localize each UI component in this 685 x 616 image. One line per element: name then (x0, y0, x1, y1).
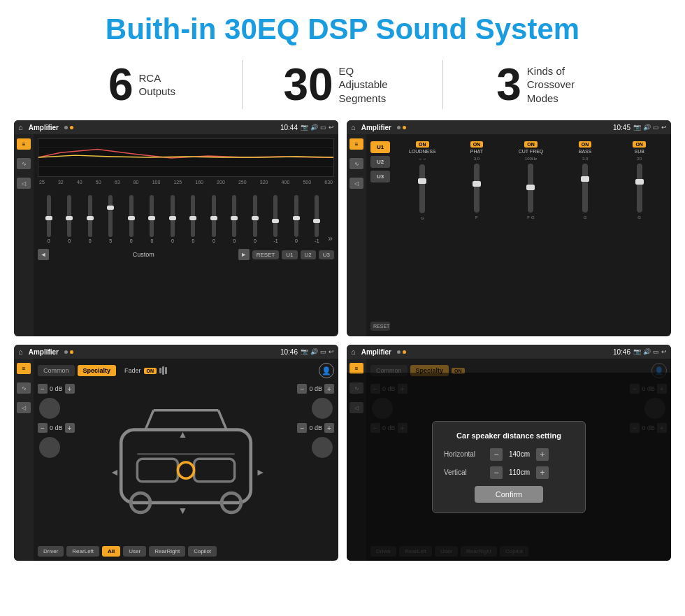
minus-fl[interactable]: − (38, 384, 48, 394)
minus-rl[interactable]: − (38, 423, 48, 433)
vertical-control: − 110cm + (490, 466, 549, 479)
eq-next-button[interactable]: ► (238, 249, 250, 260)
speaker-icon-amp[interactable]: ◁ (349, 178, 363, 189)
channel-sub: ON SUB 20 G (613, 141, 665, 331)
slider-track-3[interactable] (108, 195, 113, 237)
preset-u2[interactable]: U2 (370, 156, 390, 168)
freq-63: 63 (115, 180, 120, 185)
minus-rr[interactable]: − (297, 423, 307, 433)
u2-button[interactable]: U2 (301, 250, 316, 259)
slider-track-11[interactable] (273, 195, 277, 237)
u1-button[interactable]: U1 (282, 250, 297, 259)
slider-track-5[interactable] (150, 195, 154, 237)
freq-320: 320 (260, 180, 268, 185)
slider-track-6[interactable] (171, 195, 175, 237)
svg-line-4 (145, 410, 154, 430)
plus-fl[interactable]: + (65, 384, 75, 394)
time-dist: 10:46 (613, 348, 630, 356)
ch-name-phat: PHAT (470, 149, 483, 154)
eq-slider-9: 0 (225, 195, 245, 243)
reset-button[interactable]: RESET (252, 250, 280, 259)
rearright-btn[interactable]: RearRight (149, 546, 185, 557)
back-icon[interactable]: ↩ (329, 124, 334, 131)
app-name-cross: Amplifier (29, 348, 59, 356)
expand-arrows[interactable]: » (328, 234, 333, 243)
home-icon-dist[interactable]: ⌂ (351, 348, 356, 356)
bass-slider[interactable] (582, 164, 588, 213)
confirm-button[interactable]: Confirm (475, 486, 544, 503)
freq-200: 200 (217, 180, 225, 185)
slider-track-0[interactable] (47, 195, 51, 237)
u3-button[interactable]: U3 (319, 250, 334, 259)
home-icon[interactable]: ⌂ (18, 123, 23, 131)
channel-bass: ON BASS 3.0 G (559, 141, 612, 331)
tab-specialty[interactable]: Specialty (78, 365, 117, 376)
freq-80: 80 (134, 180, 139, 185)
vertical-minus-button[interactable]: − (490, 466, 503, 479)
horizontal-minus-button[interactable]: − (490, 448, 503, 461)
user-btn[interactable]: User (123, 546, 146, 557)
minus-fr[interactable]: − (297, 384, 307, 394)
back-icon-amp[interactable]: ↩ (661, 124, 667, 131)
eq-icon-amp[interactable]: ≡ (349, 138, 363, 150)
slider-track-12[interactable] (294, 195, 298, 237)
speaker-icon[interactable]: ◁ (17, 178, 31, 189)
amp-reset-button[interactable]: RESET (370, 322, 390, 331)
page-title: Buith-in 30EQ DSP Sound System (0, 0, 685, 53)
slider-track-4[interactable] (129, 195, 134, 237)
slider-track-9[interactable] (232, 195, 236, 237)
slider-track-13[interactable] (315, 195, 319, 237)
driver-btn[interactable]: Driver (38, 546, 64, 557)
vertical-plus-button[interactable]: + (536, 466, 549, 479)
home-icon-amp[interactable]: ⌂ (351, 123, 356, 131)
loudness-slider[interactable] (419, 164, 425, 213)
tab-common[interactable]: Common (38, 365, 75, 376)
on-badge-sub: ON (633, 141, 646, 148)
copilot-btn[interactable]: Copilot (188, 546, 217, 557)
freq-125: 125 (173, 180, 182, 185)
preset-u1[interactable]: U1 (370, 141, 390, 153)
dot-amp-2 (403, 126, 406, 129)
dot-dist-2 (403, 350, 406, 354)
eq-graph (38, 138, 334, 177)
ch-name-sub: SUB (634, 149, 644, 154)
channel-phat: ON PHAT 3.0 F (451, 141, 503, 331)
svg-text:▲: ▲ (178, 429, 187, 440)
slider-track-10[interactable] (253, 195, 257, 237)
eq-prev-button[interactable]: ◄ (38, 249, 49, 260)
eq-freq-labels: 25 32 40 50 63 80 100 125 160 200 250 32… (38, 180, 334, 185)
plus-fr[interactable]: + (324, 384, 334, 394)
rearleft-btn[interactable]: RearLeft (66, 546, 99, 557)
phat-slider[interactable] (474, 164, 480, 213)
dot-dist-1 (397, 350, 401, 354)
plus-rl[interactable]: + (65, 423, 75, 433)
user-icon[interactable]: 👤 (319, 363, 334, 378)
preset-u3[interactable]: U3 (370, 171, 390, 182)
slider-track-7[interactable] (191, 195, 195, 237)
amp-presets: U1 U2 U3 RESET (368, 138, 393, 334)
plus-rr[interactable]: + (324, 423, 334, 433)
svg-rect-9 (194, 459, 235, 481)
sub-slider[interactable] (637, 164, 642, 213)
speaker-circle-fl (39, 398, 60, 419)
eq-icon-cross[interactable]: ≡ (17, 363, 31, 374)
distance-dialog: Car speaker distance setting Horizontal … (432, 421, 586, 513)
eq-icon[interactable]: ≡ (17, 138, 31, 150)
slider-track-1[interactable] (67, 195, 71, 237)
wave-icon[interactable]: ∿ (17, 158, 31, 169)
back-icon-dist[interactable]: ↩ (661, 348, 667, 355)
all-btn[interactable]: All (102, 546, 120, 557)
cutfreq-slider[interactable] (528, 164, 533, 213)
eq-slider-5: 0 (143, 195, 162, 243)
slider-track-2[interactable] (88, 195, 92, 237)
wave-icon-amp[interactable]: ∿ (349, 158, 363, 169)
screen-content-dist: ≡ ∿ ◁ Common Specialty ON 👤 −0 dB+ −0 dB… (347, 359, 671, 561)
wave-icon-cross[interactable]: ∿ (17, 382, 31, 394)
slider-track-8[interactable] (212, 195, 216, 237)
back-icon-cross[interactable]: ↩ (329, 348, 334, 355)
horizontal-plus-button[interactable]: + (536, 448, 549, 461)
freq-32: 32 (58, 180, 64, 185)
home-icon-cross[interactable]: ⌂ (18, 348, 23, 356)
horizontal-label: Horizontal (444, 450, 486, 458)
speaker-icon-cross[interactable]: ◁ (17, 402, 31, 413)
